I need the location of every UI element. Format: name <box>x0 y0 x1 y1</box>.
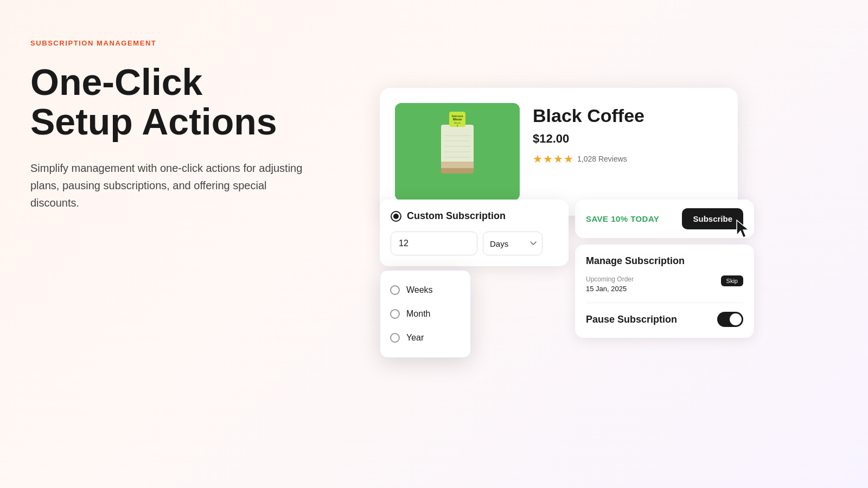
pause-label: Pause Subscription <box>586 314 677 325</box>
unit-select[interactable]: Days Weeks Month Year <box>483 232 542 255</box>
upcoming-date: 15 Jan, 2025 <box>586 285 634 293</box>
svg-text:Minze: Minze <box>453 118 462 121</box>
subscription-radio-selected[interactable] <box>391 211 401 222</box>
product-price: $12.00 <box>533 132 723 146</box>
svg-text:Zitrone: Zitrone <box>454 121 461 124</box>
skip-button[interactable]: Skip <box>721 275 743 286</box>
weeks-label: Weeks <box>406 285 433 295</box>
product-card: Spinraze Minze Zitrone Black Coffee $12.… <box>380 88 738 216</box>
right-cards: SAVE 10% TODAY Subscribe Manage Subscrip… <box>575 200 754 338</box>
product-info: Black Coffee $12.00 ★★★★ 1,028 Reviews <box>533 103 723 165</box>
save-card: SAVE 10% TODAY Subscribe <box>575 200 754 238</box>
quantity-input[interactable] <box>391 232 477 255</box>
dropdown-option-year[interactable]: Year <box>380 326 470 350</box>
dropdown-option-month[interactable]: Month <box>380 302 470 326</box>
upcoming-label: Upcoming Order <box>586 275 634 283</box>
product-image: Spinraze Minze Zitrone <box>395 103 520 201</box>
svg-rect-14 <box>441 168 474 174</box>
hero-description: Simplify management with one-click actio… <box>30 159 312 211</box>
dropdown-option-weeks[interactable]: Weeks <box>380 278 470 302</box>
subscription-inputs: Days Weeks Month Year <box>391 232 558 255</box>
subscription-header: Custom Subscription <box>391 210 558 222</box>
pause-row: Pause Subscription <box>586 312 743 327</box>
pause-toggle[interactable] <box>717 312 743 327</box>
left-section: SUBSCRIPTION MANAGEMENT One-Click Setup … <box>30 39 345 211</box>
subscribe-cursor <box>735 219 752 242</box>
month-label: Month <box>406 309 430 319</box>
upcoming-order-row: Upcoming Order 15 Jan, 2025 Skip <box>586 275 743 293</box>
divider <box>586 303 743 303</box>
dropdown-popup: Weeks Month Year <box>380 270 471 358</box>
svg-marker-17 <box>737 220 749 237</box>
star-rating: ★★★★ <box>533 152 574 165</box>
tea-bag-illustration: Spinraze Minze Zitrone <box>395 103 520 201</box>
product-name: Black Coffee <box>533 105 723 126</box>
stars-row: ★★★★ 1,028 Reviews <box>533 152 723 165</box>
month-radio <box>390 309 400 319</box>
subscription-title: Custom Subscription <box>407 210 506 222</box>
upcoming-order-info: Upcoming Order 15 Jan, 2025 <box>586 275 634 293</box>
manage-title: Manage Subscription <box>586 255 743 267</box>
custom-subscription-card: Custom Subscription Days Weeks Month Yea… <box>380 200 569 266</box>
reviews-count: 1,028 Reviews <box>577 155 627 163</box>
section-label: SUBSCRIPTION MANAGEMENT <box>30 39 345 47</box>
year-radio <box>390 333 400 343</box>
manage-subscription-card: Manage Subscription Upcoming Order 15 Ja… <box>575 245 754 338</box>
save-label: SAVE 10% TODAY <box>586 214 659 223</box>
weeks-radio <box>390 285 400 295</box>
year-label: Year <box>406 333 424 343</box>
hero-title: One-Click Setup Actions <box>30 62 345 142</box>
